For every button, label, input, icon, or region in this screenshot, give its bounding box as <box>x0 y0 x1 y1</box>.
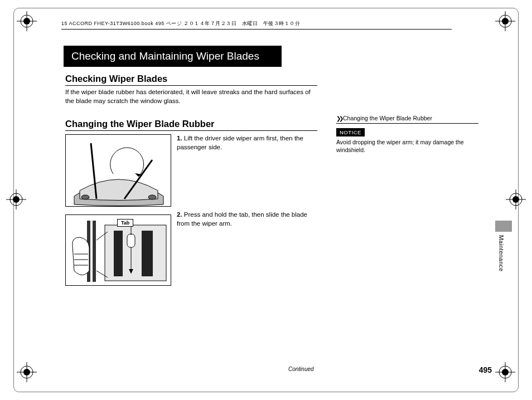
section-title: Checking and Maintaining Wiper Blades <box>64 46 282 67</box>
step-1-body: Lift the driver side wiper arm first, th… <box>177 135 303 150</box>
header-filename: 15 ACCORD FHEY-31T3W6100.book 495 ページ ２０… <box>61 20 452 30</box>
figure-tab-label: Tab <box>117 219 133 227</box>
step-2-text: 2. Press and hold the tab, then slide th… <box>177 211 321 286</box>
step-1-text: 1. Lift the driver side wiper arm first,… <box>177 134 321 207</box>
svg-point-23 <box>512 196 519 203</box>
svg-point-27 <box>81 195 89 199</box>
svg-point-28 <box>148 195 156 199</box>
side-title-text: Changing the Wiper Blade Rubber <box>343 115 432 121</box>
notice-badge: NOTICE <box>336 128 365 136</box>
step-2-number: 2. <box>177 211 182 218</box>
section-tab-label: Maintenance <box>498 235 505 272</box>
registration-mark-icon <box>17 11 37 31</box>
subheading-changing: Changing the Wiper Blade Rubber <box>65 119 317 131</box>
registration-mark-icon <box>495 362 515 382</box>
step-1-number: 1. <box>177 135 182 142</box>
subheading-checking: Checking Wiper Blades <box>65 74 317 86</box>
section-tab-marker <box>495 221 512 232</box>
continued-label: Continued <box>288 366 314 372</box>
paragraph-checking: If the wiper blade rubber has deteriorat… <box>65 88 319 105</box>
svg-rect-33 <box>142 231 153 276</box>
side-column: ❯❯ Changing the Wiper Blade Rubber NOTIC… <box>336 115 478 154</box>
registration-mark-icon <box>506 189 526 209</box>
chevron-right-icon: ❯❯ <box>336 115 342 121</box>
svg-point-19 <box>13 196 20 203</box>
figure-step-1 <box>65 134 171 207</box>
svg-point-3 <box>23 18 30 25</box>
svg-rect-32 <box>114 231 123 276</box>
svg-rect-30 <box>93 221 96 282</box>
page-number: 495 <box>479 365 492 374</box>
svg-point-7 <box>502 18 509 25</box>
registration-mark-icon <box>6 189 26 209</box>
step-2-body: Press and hold the tab, then slide the b… <box>177 211 307 227</box>
registration-mark-icon <box>495 11 515 31</box>
svg-rect-34 <box>127 234 135 247</box>
figure-step-2: Tab <box>65 214 171 286</box>
svg-point-11 <box>23 369 30 375</box>
side-title: ❯❯ Changing the Wiper Blade Rubber <box>336 115 478 124</box>
side-text: Avoid dropping the wiper arm; it may dam… <box>336 138 477 154</box>
svg-point-15 <box>502 369 509 375</box>
registration-mark-icon <box>17 362 37 382</box>
main-content: Checking and Maintaining Wiper Blades Ch… <box>65 46 478 286</box>
